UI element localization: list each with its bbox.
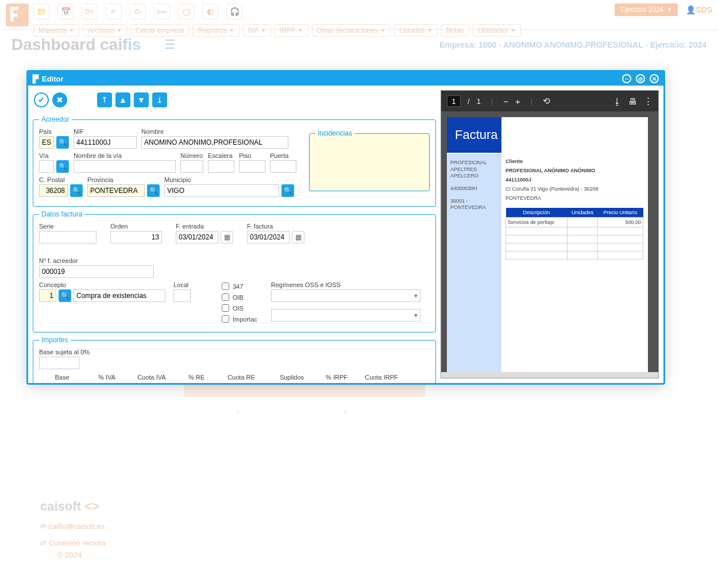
footer-brand: caisoft <> bbox=[40, 499, 106, 514]
rotate-icon[interactable]: ⟲ bbox=[543, 96, 550, 106]
zoom-out-icon[interactable]: − bbox=[503, 96, 508, 106]
toolbar-icon[interactable]: DA bbox=[82, 3, 98, 20]
fieldset-incidencias: Incidencias bbox=[309, 129, 430, 191]
headset-icon[interactable]: 🎧 bbox=[226, 3, 242, 20]
footer-copy: © 2024 bbox=[57, 551, 106, 559]
orden-input[interactable] bbox=[110, 231, 162, 243]
concepto-code-input[interactable] bbox=[39, 289, 56, 302]
ffactura-input[interactable] bbox=[247, 231, 289, 243]
zoom-in-icon[interactable]: + bbox=[515, 96, 520, 106]
sds-badge: 👤SDS bbox=[686, 5, 712, 14]
nav-prev-button[interactable]: ▲ bbox=[115, 92, 130, 107]
regimenes-select-1[interactable]: ▾ bbox=[271, 289, 420, 302]
footer-remote[interactable]: ⇄ Conexión remota bbox=[40, 539, 106, 547]
nombre-input[interactable] bbox=[141, 136, 288, 149]
cancel-button[interactable]: ✖ bbox=[52, 92, 67, 107]
puerta-input[interactable] bbox=[270, 160, 296, 173]
search-icon[interactable]: 🔍 bbox=[56, 136, 69, 149]
calendar-icon[interactable]: ▦ bbox=[292, 231, 304, 243]
search-icon[interactable]: 🔍 bbox=[147, 184, 160, 197]
fieldset-importes: Importes Base sujeta al 0% Base % IVA Cu… bbox=[33, 336, 436, 383]
toolbar-icon[interactable]: G- bbox=[130, 3, 146, 20]
chk-importac[interactable]: Importac bbox=[222, 315, 257, 323]
toolbar-icon[interactable]: 📁 bbox=[33, 3, 49, 20]
close-icon[interactable]: ✕ bbox=[650, 74, 659, 83]
search-icon[interactable]: 🔍 bbox=[281, 184, 294, 197]
breadcrumb: Empresa: 1000 - ANONIMO ANONIMO,PROFESIO… bbox=[439, 40, 707, 49]
download-icon[interactable]: ⭳ bbox=[613, 96, 622, 106]
editor-title: Editor bbox=[42, 75, 64, 83]
nif-input[interactable] bbox=[74, 136, 137, 149]
restore-icon[interactable]: ⊘ bbox=[636, 74, 645, 83]
top-toolbar: 📁 📅 DA I+ G- Inmv ▢ ◐ 🎧 bbox=[33, 3, 527, 20]
nav-first-button[interactable]: ⤒ bbox=[97, 92, 112, 107]
burger-icon[interactable]: ☰ bbox=[164, 37, 176, 52]
local-input[interactable] bbox=[173, 289, 191, 302]
chk-oib[interactable]: OIB bbox=[222, 293, 257, 301]
search-icon[interactable]: 🔍 bbox=[59, 289, 71, 302]
toolbar-icon[interactable]: 📅 bbox=[57, 3, 74, 20]
app-logo bbox=[6, 3, 29, 26]
editor-logo-icon: ▛ bbox=[33, 75, 38, 83]
toolbar-icon[interactable]: ▢ bbox=[178, 3, 194, 20]
nacreedor-input[interactable] bbox=[39, 265, 154, 278]
toolbar-icon[interactable]: I+ bbox=[106, 3, 122, 20]
municipio-input[interactable] bbox=[164, 184, 279, 197]
search-icon[interactable]: 🔍 bbox=[56, 160, 69, 173]
invoice-table: DescripciónUnidadesPrecio Unitario Servi… bbox=[505, 208, 643, 260]
fieldset-datos-factura: Datos factura Serie Orden F. entrada ▦ F… bbox=[33, 210, 436, 332]
pdf-scrollbar[interactable] bbox=[441, 372, 658, 378]
toolbar-icon[interactable]: ◐ bbox=[202, 3, 218, 20]
nombre-via-input[interactable] bbox=[74, 160, 176, 173]
serie-input[interactable] bbox=[39, 231, 96, 243]
fentrada-input[interactable] bbox=[176, 231, 218, 243]
chk-347[interactable]: 347 bbox=[222, 283, 257, 290]
nav-next-button[interactable]: ▼ bbox=[134, 92, 149, 107]
base0-input[interactable] bbox=[39, 357, 79, 369]
provincia-input[interactable] bbox=[87, 184, 145, 197]
cpostal-input[interactable] bbox=[39, 184, 68, 197]
dashboard-title: Dashboard caifis bbox=[11, 36, 141, 54]
legend-importes: Importes bbox=[39, 336, 71, 344]
regimenes-select-2[interactable]: ▾ bbox=[271, 309, 420, 322]
calendar-icon[interactable]: ▦ bbox=[221, 231, 233, 243]
minimize-icon[interactable]: – bbox=[622, 74, 631, 83]
chk-ois[interactable]: OIS bbox=[222, 304, 257, 312]
more-icon[interactable]: ⋮ bbox=[644, 96, 653, 106]
escalera-input[interactable] bbox=[208, 160, 234, 173]
concepto-text-input[interactable] bbox=[74, 289, 165, 302]
editor-window: ▛ Editor – ⊘ ✕ ✔ ✖ ⤒ ▲ ▼ ⤓ Acreedor País… bbox=[26, 70, 665, 385]
search-icon[interactable]: 🔍 bbox=[70, 184, 83, 197]
print-icon[interactable]: 🖶 bbox=[628, 96, 637, 106]
confirm-button[interactable]: ✔ bbox=[34, 92, 49, 107]
legend-datos: Datos factura bbox=[39, 210, 84, 218]
pdf-page-input[interactable] bbox=[447, 95, 461, 107]
piso-input[interactable] bbox=[239, 160, 265, 173]
fieldset-acreedor: Acreedor País 🔍 NIF Nombre Vía 🔍 Nombre … bbox=[33, 115, 436, 207]
pdf-viewer: / 1 | − + | ⟲ ⭳ 🖶 ⋮ Factura PROFESIONAL … bbox=[441, 90, 659, 378]
footer-email[interactable]: ✉ caifis@caisoft.es bbox=[40, 522, 106, 531]
numero-input[interactable] bbox=[180, 160, 203, 173]
pdf-page: Factura PROFESIONAL APELTRES APELCERO 44… bbox=[447, 117, 648, 372]
legend-acreedor: Acreedor bbox=[39, 115, 72, 123]
nav-last-button[interactable]: ⤓ bbox=[152, 92, 167, 107]
exercise-selector[interactable]: Ejercicio 2024▼ bbox=[615, 3, 678, 16]
toolbar-icon[interactable]: Inmv bbox=[154, 3, 170, 20]
via-input[interactable] bbox=[39, 160, 54, 173]
invoice-title: Factura bbox=[447, 117, 501, 153]
pais-input[interactable] bbox=[39, 136, 54, 149]
